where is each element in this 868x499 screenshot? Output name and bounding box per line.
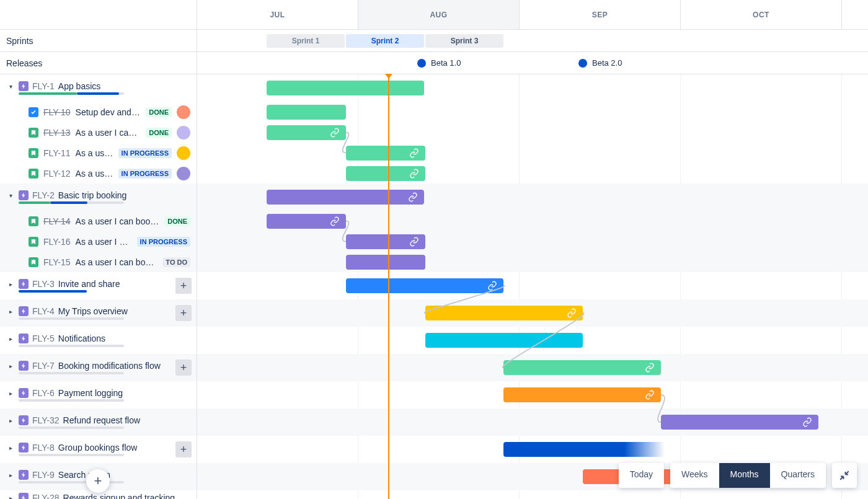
- child-row[interactable]: FLY-13As a user I can …DONE: [0, 122, 197, 143]
- assignee-avatar[interactable]: [177, 105, 190, 119]
- issue-key[interactable]: FLY-16: [43, 237, 71, 247]
- dependency-link-icon[interactable]: [487, 281, 497, 291]
- epic-row[interactable]: ▾FLY-1App basics: [0, 74, 197, 102]
- child-row[interactable]: FLY-10Setup dev and …DONE: [0, 102, 197, 122]
- issue-key[interactable]: FLY-8: [32, 443, 55, 453]
- assignee-avatar[interactable]: [177, 146, 190, 160]
- gantt-bar[interactable]: [503, 360, 661, 375]
- issue-summary[interactable]: Rewards signup and tracking: [63, 493, 175, 499]
- sprint-pill[interactable]: Sprint 2: [346, 34, 424, 48]
- issue-key[interactable]: FLY-10: [43, 107, 71, 117]
- issue-key[interactable]: FLY-5: [32, 333, 55, 343]
- issue-key[interactable]: FLY-32: [32, 415, 60, 425]
- zoom-weeks[interactable]: Weeks: [670, 463, 719, 488]
- issue-summary[interactable]: Setup dev and …: [76, 107, 141, 117]
- issue-key[interactable]: FLY-9: [32, 470, 55, 480]
- issue-summary[interactable]: As a user I can boo…: [76, 257, 158, 267]
- dependency-link-icon[interactable]: [567, 308, 577, 318]
- issue-summary[interactable]: As a user…: [76, 148, 113, 158]
- issue-summary[interactable]: Refund request flow: [63, 415, 141, 425]
- issue-summary[interactable]: Booking modifications flow: [58, 361, 161, 371]
- epic-row[interactable]: ▸FLY-32Refund request flow: [0, 408, 197, 436]
- zoom-months[interactable]: Months: [719, 463, 770, 488]
- gantt-bar[interactable]: [425, 306, 583, 320]
- add-child-button[interactable]: +: [175, 305, 192, 321]
- gantt-bar[interactable]: [346, 166, 425, 181]
- epic-row[interactable]: ▸FLY-8Group bookings flow+: [0, 436, 197, 463]
- add-child-button[interactable]: +: [175, 441, 192, 457]
- dependency-link-icon[interactable]: [409, 148, 419, 158]
- issue-key[interactable]: FLY-14: [43, 216, 71, 226]
- issue-key[interactable]: FLY-11: [43, 148, 71, 158]
- gantt-bar[interactable]: [503, 442, 665, 457]
- issue-key[interactable]: FLY-1: [32, 81, 55, 91]
- zoom-quarters[interactable]: Quarters: [770, 463, 826, 488]
- assignee-avatar[interactable]: [177, 167, 190, 180]
- issue-summary[interactable]: App basics: [58, 81, 100, 91]
- gantt-bar[interactable]: [425, 333, 583, 348]
- expand-chevron-icon[interactable]: ▸: [6, 444, 15, 451]
- expand-chevron-icon[interactable]: ▾: [6, 83, 15, 90]
- add-child-button[interactable]: +: [175, 360, 192, 376]
- expand-chevron-icon[interactable]: ▸: [6, 495, 15, 500]
- issue-key[interactable]: FLY-13: [43, 128, 71, 138]
- expand-chevron-icon[interactable]: ▸: [6, 281, 15, 288]
- expand-chevron-icon[interactable]: ▸: [6, 472, 15, 479]
- release[interactable]: Beta 1.0: [417, 58, 461, 68]
- issue-summary[interactable]: As a user I c…: [76, 237, 132, 247]
- epic-row[interactable]: ▾FLY-2Basic trip booking: [0, 183, 197, 211]
- add-child-button[interactable]: +: [175, 278, 192, 294]
- epic-row[interactable]: ▸FLY-5Notifications: [0, 327, 197, 354]
- issue-key[interactable]: FLY-4: [32, 306, 55, 316]
- create-fab[interactable]: +: [86, 469, 110, 493]
- sprint-pill[interactable]: Sprint 3: [425, 34, 503, 48]
- issue-summary[interactable]: My Trips overview: [58, 306, 128, 316]
- expand-chevron-icon[interactable]: ▸: [6, 390, 15, 397]
- issue-summary[interactable]: Group bookings flow: [58, 443, 138, 453]
- gantt-bar[interactable]: [346, 255, 425, 270]
- issue-key[interactable]: FLY-6: [32, 388, 55, 398]
- expand-chevron-icon[interactable]: ▸: [6, 335, 15, 342]
- epic-row[interactable]: ▸FLY-7Booking modifications flow+: [0, 354, 197, 381]
- sprint-pill[interactable]: Sprint 1: [267, 34, 345, 48]
- epic-row[interactable]: ▸FLY-3Invite and share+: [0, 272, 197, 299]
- assignee-avatar[interactable]: [177, 126, 190, 139]
- issue-summary[interactable]: As a use…: [76, 169, 113, 179]
- issue-summary[interactable]: Notifications: [58, 333, 105, 343]
- gantt-bar[interactable]: [346, 234, 425, 249]
- dependency-link-icon[interactable]: [645, 390, 655, 400]
- epic-row[interactable]: ▸FLY-4My Trips overview+: [0, 299, 197, 327]
- epic-row[interactable]: ▸FLY-6Payment logging: [0, 381, 197, 408]
- gantt-bar[interactable]: [346, 278, 503, 293]
- gantt-bar[interactable]: [267, 214, 346, 229]
- timeline[interactable]: JULAUGSEPOCT Sprint 1Sprint 2Sprint 3 Be…: [197, 0, 868, 499]
- child-row[interactable]: FLY-14As a user I can book…DONE: [0, 211, 197, 231]
- child-row[interactable]: FLY-12As a use…IN PROGRESS: [0, 163, 197, 183]
- release[interactable]: Beta 2.0: [578, 58, 622, 68]
- issue-summary[interactable]: Payment logging: [58, 388, 123, 398]
- child-row[interactable]: FLY-16As a user I c…IN PROGRESS: [0, 231, 197, 252]
- gantt-bar[interactable]: [267, 190, 424, 205]
- issue-summary[interactable]: As a user I can book…: [76, 216, 160, 226]
- gantt-bar[interactable]: [267, 81, 424, 95]
- today-button[interactable]: Today: [619, 463, 664, 488]
- child-row[interactable]: FLY-15As a user I can boo…TO DO: [0, 252, 197, 272]
- dependency-link-icon[interactable]: [409, 237, 419, 247]
- dependency-link-icon[interactable]: [330, 128, 340, 138]
- gantt-bar[interactable]: [503, 387, 661, 402]
- issue-key[interactable]: FLY-15: [43, 257, 71, 267]
- expand-chevron-icon[interactable]: ▸: [6, 417, 15, 424]
- dependency-link-icon[interactable]: [330, 216, 340, 226]
- expand-chevron-icon[interactable]: ▸: [6, 363, 15, 369]
- expand-chevron-icon[interactable]: ▸: [6, 308, 15, 315]
- issue-key[interactable]: FLY-12: [43, 169, 71, 179]
- gantt-bar[interactable]: [267, 125, 346, 140]
- expand-chevron-icon[interactable]: ▾: [6, 192, 15, 199]
- child-row[interactable]: FLY-11As a user…IN PROGRESS: [0, 143, 197, 163]
- collapse-button[interactable]: [832, 463, 857, 488]
- issue-key[interactable]: FLY-3: [32, 279, 55, 289]
- gantt-bar[interactable]: [346, 146, 425, 161]
- issue-key[interactable]: FLY-7: [32, 361, 55, 371]
- dependency-link-icon[interactable]: [408, 192, 418, 202]
- gantt-bar[interactable]: [267, 105, 346, 120]
